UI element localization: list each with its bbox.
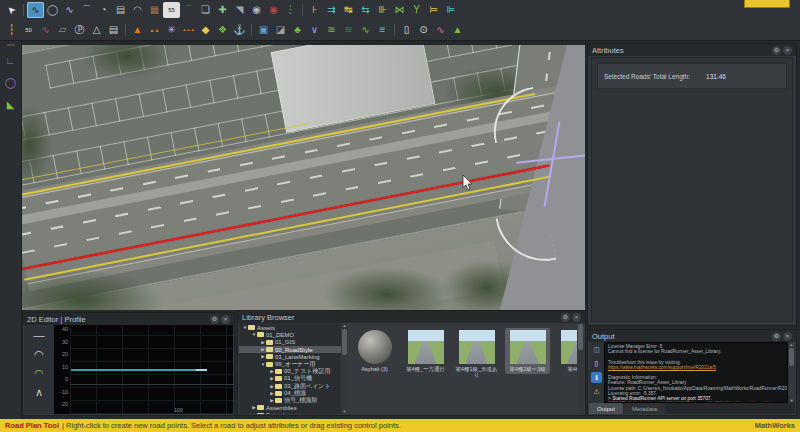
scene-curve-tool[interactable]: ∿: [432, 22, 449, 38]
cone-pair-tool[interactable]: ▲▲: [146, 22, 163, 38]
gear-icon[interactable]: ⚙: [772, 332, 781, 341]
library-browser-header[interactable]: Library Browser ⚙ ×: [238, 311, 585, 323]
profile-tangent-tool[interactable]: ◠: [30, 366, 48, 380]
elevation-profile-line-end[interactable]: [196, 369, 207, 371]
traffic-signal-tool[interactable]: ⋮: [282, 2, 299, 18]
rotate-gizmo-icon[interactable]: ◯: [3, 75, 19, 90]
gear-icon[interactable]: ⚙: [210, 315, 219, 324]
profile-editor-header[interactable]: 2D Editor | Profile ⚙ ×: [23, 313, 234, 325]
prop-polygon-tool[interactable]: ∨: [306, 22, 323, 38]
scroll-down-arrow[interactable]: ▼: [343, 409, 347, 414]
marking-parking-tool[interactable]: Ⓟ: [71, 22, 88, 38]
profile-arc-tool[interactable]: ◠: [30, 347, 48, 361]
prop-span-tool[interactable]: ≋: [323, 22, 340, 38]
speed-limit-sign-tool[interactable]: 55: [163, 2, 180, 18]
surface-layers-tool[interactable]: ≡: [374, 22, 391, 38]
marking-polygon-tool[interactable]: ▱: [54, 22, 71, 38]
tree-scrollbar[interactable]: ▲ ▼: [341, 323, 348, 414]
marking-template-tool[interactable]: △: [88, 22, 105, 38]
tree-item[interactable]: ▶ Assemblies: [239, 404, 341, 411]
gear-icon[interactable]: ⚙: [561, 313, 570, 322]
profile-line-tool[interactable]: —: [30, 328, 48, 342]
tree-item[interactable]: ▶ 04_標識: [239, 390, 341, 397]
library-thumbnail[interactable]: 第4種1級_歩道あり: [454, 328, 499, 380]
marking-point-tool[interactable]: ┆: [3, 22, 20, 38]
library-thumbnail[interactable]: Asphalt (3): [352, 328, 397, 374]
toolbar-icon[interactable]: [23, 4, 24, 16]
lane-tool[interactable]: ⊦: [306, 2, 323, 18]
info-filter-button[interactable]: ℹ: [591, 372, 602, 383]
library-thumbnail[interactable]: 第4種_一方通行: [403, 328, 448, 374]
road-corner-tool[interactable]: ⌒: [78, 2, 95, 18]
terrain-paint-tool[interactable]: ▦: [146, 2, 163, 18]
lane-end-tool[interactable]: ⊫: [442, 2, 459, 18]
close-icon[interactable]: ×: [783, 46, 792, 55]
prop-extrude-tool[interactable]: ∿: [357, 22, 374, 38]
scrollbar-thumb[interactable]: [342, 329, 347, 355]
lane-width-tool[interactable]: ↹: [340, 2, 357, 18]
output-tab[interactable]: Output: [589, 403, 623, 414]
profile-peak-tool[interactable]: ∧: [30, 385, 48, 399]
scrollbar-thumb[interactable]: [578, 324, 583, 350]
road-circle-tool[interactable]: ◯: [44, 2, 61, 18]
prop-span-edit-tool[interactable]: ≋: [340, 22, 357, 38]
library-thumbnail[interactable]: 第4種2級〜3級: [505, 328, 550, 374]
move-gizmo-icon[interactable]: ∟: [3, 53, 19, 68]
prop-curve-tool[interactable]: ◪: [272, 22, 289, 38]
scrollbar-thumb[interactable]: [789, 348, 794, 366]
copy-region-tool[interactable]: ❏: [197, 2, 214, 18]
ramp-tool[interactable]: ◥: [231, 2, 248, 18]
warning-filter-button[interactable]: ⚠: [591, 386, 602, 397]
junction-tool[interactable]: ✚: [214, 2, 231, 18]
output-header[interactable]: Output ⚙ ×: [588, 330, 796, 342]
reference-curve-tool[interactable]: ⌒: [180, 2, 197, 18]
close-icon[interactable]: ×: [572, 313, 581, 322]
camera-tool[interactable]: ⊙: [415, 22, 432, 38]
prop-point-tool[interactable]: ▣: [255, 22, 272, 38]
elevation-profile-line[interactable]: [71, 369, 196, 371]
close-icon[interactable]: ×: [221, 315, 230, 324]
select-tool[interactable]: ➤: [0, 0, 23, 22]
road-pivot-tool[interactable]: ◔: [95, 2, 112, 18]
tree-item[interactable]: ▶ 信号_標識類: [239, 397, 341, 404]
cone-circle-tool[interactable]: ✳: [163, 22, 180, 38]
lane-split-tool[interactable]: ⋈: [391, 2, 408, 18]
cone-tool[interactable]: ▲: [129, 22, 146, 38]
clear-output-button[interactable]: ▯: [591, 358, 602, 369]
marking-curve-tool[interactable]: ∿: [37, 22, 54, 38]
output-scrollbar[interactable]: ▲ ▼: [788, 342, 795, 403]
bridge-tool[interactable]: ◠: [129, 2, 146, 18]
save-output-button[interactable]: ◫: [591, 344, 602, 355]
tree-item[interactable]: ▶ 03_LaneMarking: [239, 353, 341, 360]
highway-tool[interactable]: ▤: [112, 2, 129, 18]
tree-item[interactable]: ▶ 00_テスト検証用: [239, 368, 341, 375]
toolbar-icon[interactable]: [251, 24, 252, 36]
marking-50-tool[interactable]: 50: [20, 22, 37, 38]
output-log[interactable]: License Manager Error -5 Cannot find a l…: [604, 342, 788, 403]
lane-offset-tool[interactable]: ⇆: [357, 2, 374, 18]
close-icon[interactable]: ×: [783, 332, 792, 341]
gear-icon[interactable]: ⚙: [772, 46, 781, 55]
attributes-header[interactable]: Attributes ⚙ ×: [588, 44, 796, 56]
toolbar-icon[interactable]: [302, 4, 303, 16]
lane-add-tool[interactable]: ⇉: [323, 2, 340, 18]
road-curve-tool[interactable]: ∿: [61, 2, 78, 18]
vegetation-tool[interactable]: ▲: [449, 22, 466, 38]
tree-item[interactable]: ▼ 01_DEMO: [239, 331, 341, 338]
output-tab[interactable]: Metadata: [624, 403, 665, 414]
cone-row-tool[interactable]: ▲▲▲: [180, 22, 197, 38]
lane-segment-tool[interactable]: ⊪: [374, 2, 391, 18]
tree-item[interactable]: ▼ 99_オーナー用: [239, 360, 341, 367]
toolbar-drag-handle[interactable]: [7, 44, 15, 46]
toolbar-icon[interactable]: [394, 24, 395, 36]
road-plan-tool[interactable]: ∿: [27, 2, 44, 18]
lane-merge-tool[interactable]: Y: [408, 2, 425, 18]
elevation-plot[interactable]: 403020100-10-20 100: [54, 325, 233, 414]
scene-canvas[interactable]: [22, 45, 585, 310]
tree-item[interactable]: ▼ Assets: [239, 324, 341, 331]
thumbnail-scrollbar[interactable]: [577, 323, 584, 414]
roundabout-tool[interactable]: ◉: [248, 2, 265, 18]
library-thumbnail[interactable]: 第4種4級: [556, 328, 577, 374]
terrain-gizmo-icon[interactable]: ◣: [3, 97, 19, 112]
roundabout-edit-tool[interactable]: ◉: [265, 2, 282, 18]
